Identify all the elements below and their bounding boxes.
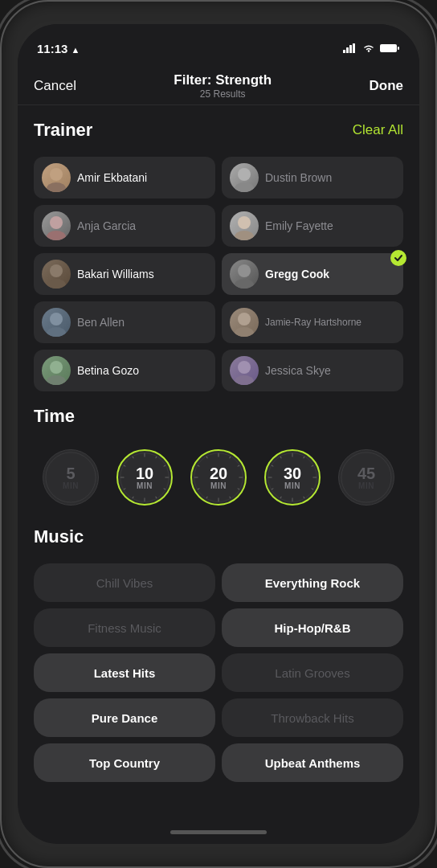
svg-line-59: [304, 497, 304, 498]
trainer-name: Dustin Brown: [265, 171, 395, 184]
music-name: Latin Grooves: [275, 666, 349, 680]
scroll-container[interactable]: Cancel Filter: Strength 25 Results Done …: [18, 63, 419, 820]
svg-point-22: [50, 361, 63, 374]
svg-line-36: [124, 489, 125, 489]
music-item-latin-grooves[interactable]: Latin Grooves: [222, 653, 403, 692]
check-badge: [390, 250, 406, 266]
svg-line-46: [230, 497, 231, 498]
status-icons: [343, 43, 400, 53]
time-button-30min[interactable]: 30 MIN: [264, 449, 321, 506]
wifi-icon: [362, 43, 375, 53]
svg-point-40: [194, 453, 243, 502]
avatar: [42, 308, 71, 337]
music-name: Chill Vibes: [96, 576, 153, 590]
svg-point-26: [46, 452, 96, 502]
trainer-item[interactable]: Dustin Brown: [222, 157, 403, 199]
svg-point-11: [47, 231, 66, 240]
music-name: Latest Hits: [94, 666, 156, 680]
trainer-title: Trainer: [34, 120, 92, 141]
svg-line-32: [164, 489, 165, 489]
music-item-hip-hop[interactable]: Hip-Hop/R&B: [222, 608, 403, 647]
music-name: Throwback Hits: [271, 711, 353, 725]
time-button-45min[interactable]: 45 MIN: [338, 449, 394, 506]
svg-point-24: [238, 361, 251, 374]
music-item-fitness-music[interactable]: Fitness Music: [34, 608, 215, 647]
trainer-item[interactable]: Anja Garcia: [34, 205, 215, 247]
svg-line-55: [304, 457, 304, 458]
tick-ring: [118, 451, 171, 504]
svg-line-58: [312, 489, 313, 489]
time-title: Time: [34, 406, 75, 427]
music-item-everything-rock[interactable]: Everything Rock: [222, 563, 403, 602]
music-item-pure-dance[interactable]: Pure Dance: [34, 698, 215, 737]
avatar: [230, 260, 259, 289]
phone-frame: 11:13 ▲: [0, 0, 437, 868]
music-name: Hip-Hop/R&B: [275, 621, 351, 635]
music-name: Upbeat Anthems: [265, 756, 361, 770]
trainer-name: Anja Garcia: [77, 219, 207, 232]
svg-line-56: [312, 465, 313, 466]
music-item-upbeat-anthems[interactable]: Upbeat Anthems: [222, 743, 403, 782]
svg-line-51: [198, 465, 199, 466]
svg-point-19: [47, 327, 66, 337]
filter-header: Cancel Filter: Strength 25 Results Done: [18, 63, 419, 105]
time-button-20min[interactable]: 20 MIN: [190, 449, 247, 506]
svg-line-30: [164, 465, 165, 466]
trainer-item[interactable]: Jamie-Ray Hartshorne: [222, 301, 403, 343]
header-subtitle: 25 Results: [174, 88, 272, 100]
svg-point-9: [235, 182, 254, 192]
tick-ring: [266, 451, 319, 504]
done-button[interactable]: Done: [369, 78, 403, 94]
trainer-item[interactable]: Emily Fayette: [222, 205, 403, 247]
music-item-top-country[interactable]: Top Country: [34, 743, 215, 782]
trainer-section-header: Trainer Clear All: [18, 105, 419, 157]
svg-point-27: [120, 453, 169, 502]
avatar: [42, 211, 71, 240]
svg-line-39: [133, 457, 133, 458]
trainer-item[interactable]: Gregg Cook: [222, 253, 403, 295]
trainer-item[interactable]: Jessica Skye: [222, 350, 403, 391]
time-button-10min[interactable]: 10 MIN: [116, 449, 173, 506]
svg-line-38: [124, 465, 125, 466]
cancel-button[interactable]: Cancel: [34, 78, 76, 94]
svg-line-29: [156, 457, 157, 458]
music-item-latest-hits[interactable]: Latest Hits: [34, 653, 215, 692]
music-name: Top Country: [89, 756, 160, 770]
svg-line-33: [156, 497, 157, 498]
clear-all-button[interactable]: Clear All: [353, 122, 403, 138]
svg-point-6: [50, 168, 63, 181]
trainer-name: Gregg Cook: [265, 268, 395, 280]
trainer-name: Ben Allen: [77, 316, 207, 329]
svg-rect-0: [343, 50, 345, 53]
svg-point-8: [238, 168, 251, 181]
svg-point-10: [50, 216, 63, 229]
avatar: [42, 260, 71, 289]
trainer-item[interactable]: Betina Gozo: [34, 350, 215, 391]
svg-point-53: [268, 453, 317, 502]
svg-point-23: [47, 375, 66, 385]
svg-point-13: [235, 231, 254, 240]
battery-icon: [380, 43, 400, 53]
music-title: Music: [34, 526, 84, 547]
svg-line-64: [272, 465, 273, 466]
home-indicator: [18, 820, 419, 844]
avatar: [230, 211, 259, 240]
trainer-item[interactable]: Amir Ekbatani: [34, 157, 215, 199]
music-name: Pure Dance: [92, 711, 158, 725]
trainer-item[interactable]: Ben Allen: [34, 301, 215, 343]
svg-line-42: [230, 457, 231, 458]
trainer-item[interactable]: Bakari Williams: [34, 253, 215, 295]
avatar: [42, 356, 71, 385]
time-button-5min[interactable]: 5 MIN: [43, 449, 99, 506]
svg-point-15: [47, 279, 66, 289]
music-item-chill-vibes[interactable]: Chill Vibes: [34, 563, 215, 602]
svg-rect-1: [346, 47, 349, 53]
time-buttons: 5 MIN: [18, 443, 419, 512]
avatar: [42, 163, 71, 192]
svg-point-21: [235, 327, 254, 337]
svg-line-61: [280, 497, 281, 498]
svg-point-7: [47, 182, 66, 192]
header-center: Filter: Strength 25 Results: [174, 72, 272, 100]
music-item-throwback-hits[interactable]: Throwback Hits: [222, 698, 403, 737]
svg-line-52: [206, 457, 207, 458]
